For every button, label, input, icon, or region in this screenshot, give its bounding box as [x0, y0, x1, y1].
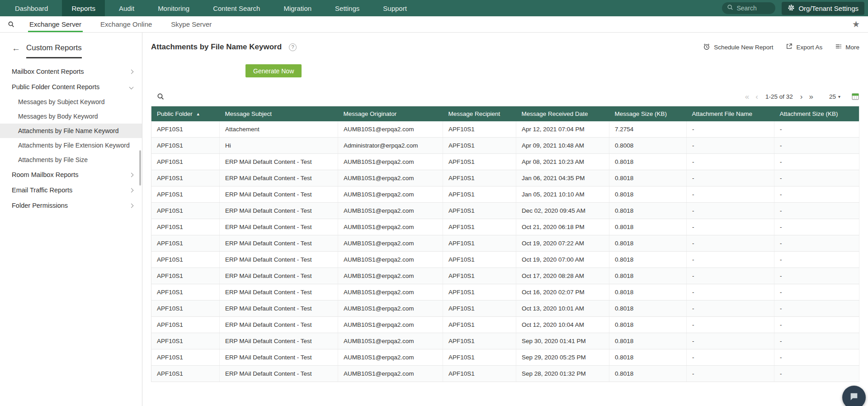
- table-row[interactable]: APF10S1ERP MAil Default Content - TestAU…: [151, 349, 859, 366]
- sidebar: ← Custom Reports Mailbox Content Reports…: [0, 33, 142, 406]
- sidebar-group-mailbox-content-reports[interactable]: Mailbox Content Reports: [0, 64, 142, 79]
- next-page-button[interactable]: ›: [797, 93, 806, 100]
- table-row[interactable]: APF10S1ERP MAil Default Content - TestAU…: [151, 203, 859, 219]
- tab-exchange-server[interactable]: Exchange Server: [22, 16, 89, 32]
- column-header-public-folder[interactable]: Public Folder▲: [151, 106, 220, 122]
- table-cell: -: [774, 121, 859, 138]
- sidebar-group-label: Email Traffic Reports: [12, 186, 72, 194]
- sidebar-item-attachments-by-file-name-keyword[interactable]: Attachments by File Name Keyword: [0, 124, 142, 138]
- sidebar-group-email-traffic-reports[interactable]: Email Traffic Reports: [0, 182, 142, 198]
- table-row[interactable]: APF10S1HiAdministrator@erpqa2.comAPF10S1…: [151, 138, 859, 154]
- nav-item-audit[interactable]: Audit: [109, 0, 144, 16]
- table-cell: ERP MAil Default Content - Test: [220, 219, 338, 235]
- table-cell: -: [687, 268, 774, 284]
- more-label: More: [845, 44, 859, 51]
- nav-item-migration[interactable]: Migration: [274, 0, 321, 16]
- column-header-message-subject[interactable]: Message Subject: [220, 106, 338, 122]
- page-size-select[interactable]: 25 ▾: [829, 93, 840, 100]
- previous-page-button[interactable]: ‹: [752, 93, 761, 100]
- table-cell: -: [687, 203, 774, 219]
- global-search[interactable]: [722, 2, 775, 14]
- export-icon: [786, 43, 793, 51]
- table-cell: APF10S1: [151, 203, 220, 219]
- export-as-button[interactable]: Export As: [786, 43, 822, 51]
- table-cell: Oct 21, 2020 06:18 PM: [516, 219, 609, 235]
- table-cell: APF10S1: [443, 203, 516, 219]
- table-row[interactable]: APF10S1ERP MAil Default Content - TestAU…: [151, 268, 859, 284]
- table-row[interactable]: APF10S1ERP MAil Default Content - TestAU…: [151, 154, 859, 170]
- table-row[interactable]: APF10S1ERP MAil Default Content - TestAU…: [151, 219, 859, 235]
- column-header-message-size-kb[interactable]: Message Size (KB): [609, 106, 687, 122]
- org-tenant-settings-button[interactable]: Org/Tenant Settings: [782, 2, 864, 15]
- table-row[interactable]: APF10S1ERP MAil Default Content - TestAU…: [151, 284, 859, 301]
- table-row[interactable]: APF10S1ERP MAil Default Content - TestAU…: [151, 333, 859, 349]
- schedule-new-report-label: Schedule New Report: [714, 44, 773, 51]
- sidebar-scrollbar[interactable]: [139, 150, 141, 186]
- column-header-message-received-date[interactable]: Message Received Date: [516, 106, 609, 122]
- chat-help-fab[interactable]: [842, 386, 866, 406]
- sidebar-item-messages-by-subject-keyword[interactable]: Messages by Subject Keyword: [0, 95, 142, 109]
- column-header-message-originator[interactable]: Message Originator: [338, 106, 443, 122]
- first-page-button[interactable]: «: [742, 93, 752, 100]
- chevron-down-icon: [129, 85, 134, 89]
- chevron-right-icon: [129, 172, 134, 177]
- table-cell: ERP MAil Default Content - Test: [220, 186, 338, 203]
- global-search-input[interactable]: [736, 5, 768, 12]
- nav-item-content-search[interactable]: Content Search: [203, 0, 269, 16]
- tab-skype-server[interactable]: Skype Server: [163, 16, 219, 32]
- table-cell: ERP MAil Default Content - Test: [220, 333, 338, 349]
- table-row[interactable]: APF10S1AttachementAUMB10S1@erpqa2.comAPF…: [151, 121, 859, 138]
- sidebar-group-folder-permissions[interactable]: Folder Permissions: [0, 198, 142, 213]
- back-arrow-icon[interactable]: ←: [12, 43, 20, 53]
- sidebar-group-room-mailbox-reports[interactable]: Room Mailbox Reports: [0, 167, 142, 182]
- table-cell: Oct 17, 2020 08:28 AM: [516, 268, 609, 284]
- table-cell: -: [687, 301, 774, 317]
- table-cell: Oct 16, 2020 02:07 PM: [516, 284, 609, 301]
- table-cell: AUMB10S1@erpqa2.com: [338, 170, 443, 186]
- last-page-button[interactable]: »: [806, 93, 816, 100]
- table-search-icon[interactable]: [157, 93, 164, 100]
- table-cell: Sep 28, 2020 01:32 PM: [516, 366, 609, 382]
- sidebar-item-messages-by-body-keyword[interactable]: Messages by Body Keyword: [0, 109, 142, 124]
- sidebar-group-public-folder-content-reports[interactable]: Public Folder Content Reports: [0, 79, 142, 95]
- table-cell: -: [774, 268, 859, 284]
- column-header-label: Message Subject: [225, 110, 272, 117]
- generate-now-button[interactable]: Generate Now: [245, 64, 302, 77]
- nav-item-monitoring[interactable]: Monitoring: [148, 0, 199, 16]
- table-row[interactable]: APF10S1ERP MAil Default Content - TestAU…: [151, 235, 859, 252]
- table-cell: -: [774, 138, 859, 154]
- nav-item-settings[interactable]: Settings: [326, 0, 369, 16]
- table-cell: APF10S1: [151, 186, 220, 203]
- column-header-attachment-size-kb[interactable]: Attachment Size (KB): [774, 106, 859, 122]
- table-row[interactable]: APF10S1ERP MAil Default Content - TestAU…: [151, 317, 859, 333]
- table-cell: -: [687, 186, 774, 203]
- sidebar-item-attachments-by-file-extension-keyword[interactable]: Attachments by File Extension Keyword: [0, 138, 142, 153]
- favorite-star-icon[interactable]: ★: [852, 16, 868, 32]
- table-controls: « ‹ 1-25 of 32 › » 25 ▾: [151, 91, 859, 102]
- table-cell: APF10S1: [151, 333, 220, 349]
- report-search-icon[interactable]: [0, 16, 22, 32]
- column-header-label: Message Size (KB): [615, 110, 667, 117]
- schedule-new-report-button[interactable]: Schedule New Report: [703, 43, 773, 52]
- sidebar-item-attachments-by-file-size[interactable]: Attachments by File Size: [0, 153, 142, 167]
- table-cell: Hi: [220, 138, 338, 154]
- table-cell: APF10S1: [151, 349, 220, 366]
- table-cell: 0.8018: [609, 203, 687, 219]
- table-row[interactable]: APF10S1ERP MAil Default Content - TestAU…: [151, 186, 859, 203]
- more-button[interactable]: More: [835, 43, 859, 51]
- table-row[interactable]: APF10S1ERP MAil Default Content - TestAU…: [151, 301, 859, 317]
- nav-item-support[interactable]: Support: [373, 0, 416, 16]
- tab-exchange-online[interactable]: Exchange Online: [93, 16, 160, 32]
- table-row[interactable]: APF10S1ERP MAil Default Content - TestAU…: [151, 252, 859, 268]
- column-header-message-recipient[interactable]: Message Recipient: [443, 106, 516, 122]
- table-row[interactable]: APF10S1ERP MAil Default Content - TestAU…: [151, 170, 859, 186]
- help-icon[interactable]: ?: [289, 43, 297, 51]
- column-chooser-icon[interactable]: [851, 93, 859, 100]
- table-cell: -: [774, 186, 859, 203]
- table-cell: Administrator@erpqa2.com: [338, 138, 443, 154]
- table-row[interactable]: APF10S1ERP MAil Default Content - TestAU…: [151, 366, 859, 382]
- nav-item-reports[interactable]: Reports: [62, 0, 105, 16]
- nav-item-dashboard[interactable]: Dashboard: [5, 0, 57, 16]
- column-header-attachment-file-name[interactable]: Attachment File Name: [687, 106, 774, 122]
- table-cell: APF10S1: [443, 301, 516, 317]
